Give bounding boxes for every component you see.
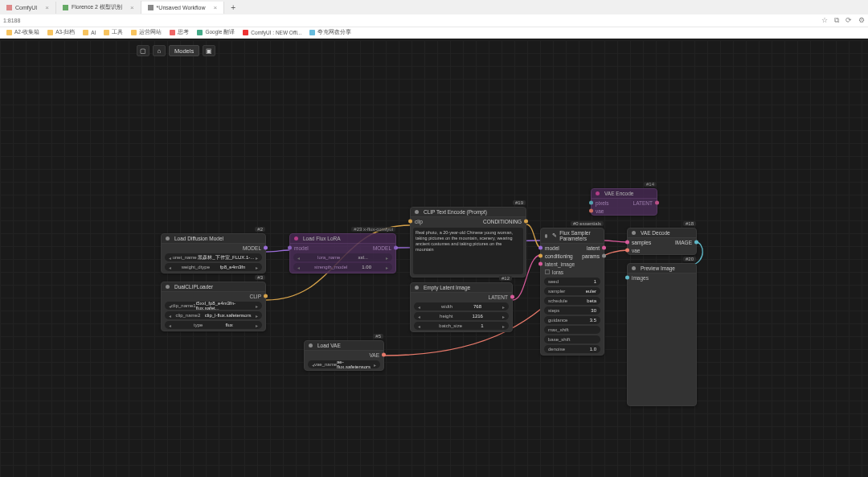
tab-florence[interactable]: Florence 2 模型识别 ×: [56, 1, 141, 14]
book-button[interactable]: ▣: [203, 45, 215, 56]
prompt-textarea[interactable]: Real photo, a 20-year-old Chinese young …: [413, 228, 523, 274]
close-icon[interactable]: ×: [45, 4, 49, 11]
node-dual-clip-loader[interactable]: #3 DualCLIPLoader CLIP ◂clip_name1t5xxl_…: [161, 282, 266, 331]
port-clip-out[interactable]: [264, 294, 268, 298]
node-load-vae[interactable]: #5 Load VAE VAE ◂vae_nameae-flux.safeten…: [304, 340, 384, 371]
port-vae-in[interactable]: [625, 249, 629, 253]
port-latent-image-in[interactable]: [538, 262, 542, 266]
widget-strength[interactable]: ◂strength_model1.00▸: [293, 263, 392, 271]
loras-checkbox[interactable]: loras: [541, 268, 604, 276]
port-pixels-in[interactable]: [589, 201, 593, 205]
port-conditioning-in[interactable]: [538, 254, 542, 258]
node-clip-text-encode[interactable]: #19 CLIP Text Encode (Prompt) clipCONDIT…: [410, 207, 526, 278]
tab-label: Florence 2 模型识别: [72, 3, 122, 11]
settings-icon[interactable]: ⚙: [858, 16, 865, 25]
widget-denoise[interactable]: denoise1.0: [544, 345, 600, 353]
port-latent-out[interactable]: [510, 295, 514, 299]
address-bar: ☆ ⧉ ⟳ ⚙: [0, 14, 868, 27]
node-id-badge: #23 x-flux-comfyui: [351, 227, 395, 232]
bookmark-a3[interactable]: A3-归档: [47, 29, 75, 36]
port-model-in[interactable]: [538, 246, 542, 250]
widget-lora-name[interactable]: ◂lora_namexxl...▸: [293, 253, 392, 261]
node-title: Preview Image: [641, 265, 675, 271]
widget-unet-name[interactable]: ◂unet_name黑森林_下作室_FLUX.1-...▸: [165, 253, 262, 261]
widget-clip-name1[interactable]: ◂clip_name1t5xxl_fp8_e4m3fn-flux.safet..…: [165, 302, 262, 310]
port-vae-out[interactable]: [382, 353, 386, 357]
node-empty-latent-image[interactable]: #12 Empty Latent Image LATENT ◂width768▸…: [410, 282, 513, 332]
widget-clip-name2[interactable]: ◂clip_name2clip_l-flux.safetensors▸: [165, 311, 262, 319]
new-tab-button[interactable]: +: [224, 2, 242, 14]
widget-guidance[interactable]: guidance3.5: [544, 316, 600, 324]
widget-seed[interactable]: seed1: [544, 278, 600, 286]
port-images-in[interactable]: [625, 276, 629, 280]
close-icon[interactable]: ×: [214, 4, 218, 11]
port-params-out[interactable]: [602, 254, 606, 258]
canvas-toolbar: ▢ ⌂ Models ▣: [137, 45, 215, 56]
widget-sampler[interactable]: samplereuler: [544, 287, 600, 295]
node-vae-decode[interactable]: #18 VAE Decode samplesIMAGE vae: [627, 228, 697, 255]
bookmark-ops[interactable]: 运营网站: [131, 29, 162, 36]
node-flux-sampler[interactable]: #0 essentials ✎Flux Sampler Parameters m…: [540, 228, 604, 356]
home-button[interactable]: ⌂: [153, 45, 166, 56]
widget-max-shift[interactable]: max_shift: [544, 326, 600, 334]
port-latent-out[interactable]: [602, 246, 606, 250]
close-icon[interactable]: ×: [130, 4, 134, 11]
url-input[interactable]: [3, 18, 821, 23]
models-button[interactable]: Models: [169, 45, 199, 56]
tab-workflow[interactable]: *Unsaved Workflow ×: [141, 2, 225, 14]
output-params: params: [582, 253, 600, 259]
bookmark-quark[interactable]: 夸克网盘分享: [309, 29, 351, 36]
port-clip-in[interactable]: [408, 220, 412, 224]
tab-comfyui[interactable]: ComfyUI ×: [0, 2, 56, 14]
port-samples-in[interactable]: [625, 241, 629, 245]
node-load-diffusion-model[interactable]: #2 Load Diffusion Model MODEL ◂unet_name…: [161, 233, 266, 273]
node-id-badge: #12: [499, 276, 512, 281]
pencil-icon: ✎: [552, 232, 557, 239]
widget-type[interactable]: ◂typeflux▸: [165, 321, 262, 329]
folder-icon: [104, 30, 109, 35]
port-latent-out[interactable]: [655, 201, 659, 205]
node-load-flux-lora[interactable]: #23 x-flux-comfyui Load Flux LoRA modelM…: [289, 233, 396, 273]
widget-width[interactable]: ◂width768▸: [414, 302, 509, 310]
output-latent: LATENT: [489, 294, 508, 300]
port-model-in[interactable]: [288, 246, 292, 250]
output-model: MODEL: [373, 245, 391, 251]
port-model-out[interactable]: [264, 246, 268, 250]
widget-vae-name[interactable]: ◂vae_nameae-flux.safetensors▸: [308, 360, 380, 368]
port-vae-in[interactable]: [589, 209, 593, 213]
widget-schedule[interactable]: schedulebeta: [544, 297, 600, 305]
bookmark-a2[interactable]: A2-收集箱: [6, 29, 39, 36]
port-conditioning-out[interactable]: [524, 220, 528, 224]
node-title: Flux Sampler Parameters: [559, 230, 600, 241]
bookmark-gtranslate[interactable]: Google 翻译: [197, 29, 235, 36]
bookmark-think[interactable]: 思考: [170, 29, 189, 36]
favicon: [243, 30, 248, 35]
workflow-canvas[interactable]: ▢ ⌂ Models ▣ #2 Load Diffusion Model MOD…: [0, 40, 868, 477]
port-model-out[interactable]: [394, 246, 398, 250]
node-id-badge: #5: [373, 334, 383, 339]
output-latent: latent: [587, 245, 600, 251]
port-image-out[interactable]: [694, 241, 698, 245]
folder-button[interactable]: ▢: [137, 45, 149, 56]
star-icon[interactable]: ☆: [821, 16, 828, 25]
widget-base-shift[interactable]: base_shift: [544, 335, 600, 343]
panel-icon[interactable]: ⧉: [834, 16, 839, 25]
folder-icon: [131, 30, 137, 35]
node-id-badge: #3: [255, 275, 265, 280]
node-vae-encode[interactable]: #14 VAE Encode pixelsLATENT vae: [591, 188, 657, 216]
favicon: [6, 5, 12, 10]
output-image: IMAGE: [675, 240, 692, 245]
bookmark-yt-comfy[interactable]: ComfyUI : NEW Offi...: [243, 30, 301, 35]
node-title: VAE Encode: [604, 191, 633, 196]
refresh-icon[interactable]: ⟳: [845, 16, 852, 25]
node-id-badge: #0 essentials: [571, 221, 604, 226]
bookmark-tools[interactable]: 工具: [104, 29, 123, 36]
widget-steps[interactable]: steps30: [544, 306, 600, 315]
node-preview-image[interactable]: #20 Preview Image images: [627, 263, 697, 406]
node-title: VAE Decode: [641, 230, 670, 236]
widget-height[interactable]: ◂height1216▸: [414, 312, 509, 320]
widget-batch-size[interactable]: ◂batch_size1▸: [414, 322, 509, 330]
widget-weight-dtype[interactable]: ◂weight_dtypefp8_e4m3fn▸: [165, 263, 262, 271]
input-model: model: [294, 245, 309, 251]
bookmark-ai[interactable]: AI: [83, 30, 96, 35]
